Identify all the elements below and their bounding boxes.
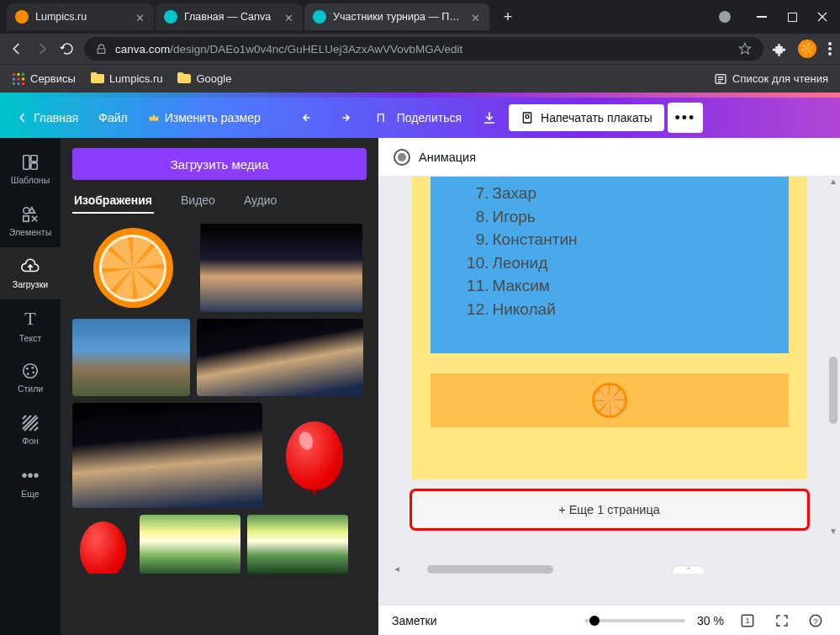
list-number: 9. bbox=[461, 228, 489, 251]
page-indicator[interactable]: 1 bbox=[736, 611, 759, 631]
tab-lumpics[interactable]: Lumpics.ru ✕ bbox=[7, 3, 154, 30]
fullscreen-icon[interactable] bbox=[771, 611, 793, 630]
print-button[interactable]: Напечатать плакаты bbox=[509, 104, 664, 131]
more-button[interactable]: ••• bbox=[668, 103, 703, 133]
close-icon[interactable]: ✕ bbox=[284, 12, 294, 22]
vertical-scrollbar[interactable]: ▲ ▼ bbox=[828, 177, 838, 538]
media-thumb-sunrise2[interactable] bbox=[247, 515, 348, 574]
poster-blue-box[interactable]: 7.Захар 8.Игорь 9.Константин 10.Леонид 1… bbox=[431, 177, 789, 353]
svg-point-25 bbox=[32, 371, 34, 373]
nav-more[interactable]: ••• Еще bbox=[0, 456, 61, 508]
maximize-icon[interactable] bbox=[786, 11, 798, 23]
add-page-button[interactable]: + Еще 1 страница bbox=[412, 491, 807, 528]
zoom-value[interactable]: 30 % bbox=[697, 614, 724, 627]
scroll-down-icon[interactable]: ▼ bbox=[829, 527, 837, 538]
share-button[interactable]: Поделиться bbox=[388, 106, 470, 130]
redo-button[interactable] bbox=[328, 105, 360, 130]
media-thumb-balloon[interactable] bbox=[269, 403, 360, 508]
profile-avatar-icon[interactable] bbox=[798, 40, 816, 58]
svg-rect-13 bbox=[22, 82, 24, 85]
download-button[interactable] bbox=[473, 105, 505, 130]
nav-elements[interactable]: Элементы bbox=[0, 195, 61, 247]
horizontal-scrollbar[interactable]: ▲ ⌃ bbox=[394, 564, 825, 574]
nav-styles[interactable]: Стили bbox=[0, 352, 61, 404]
svg-rect-18 bbox=[31, 156, 37, 161]
close-icon[interactable]: ✕ bbox=[471, 12, 481, 22]
bookmark-google[interactable]: Google bbox=[177, 72, 231, 86]
orange-slice-icon bbox=[592, 383, 627, 418]
tab-audio[interactable]: Аудио bbox=[242, 188, 279, 214]
uploads-icon bbox=[21, 257, 40, 276]
window-controls bbox=[719, 11, 840, 23]
media-thumb-sunrise1[interactable] bbox=[140, 515, 240, 574]
url-input[interactable]: canva.com/design/DAEo1w0v4nc/GuHELUej3Az… bbox=[84, 37, 763, 61]
tab-images[interactable]: Изображения bbox=[72, 188, 154, 214]
bookmark-label: Lumpics.ru bbox=[109, 72, 163, 85]
zoom-slider[interactable] bbox=[584, 619, 685, 622]
bookmark-services[interactable]: Сервисы bbox=[12, 72, 76, 86]
list-item[interactable]: 10.Леонид bbox=[461, 251, 758, 275]
home-button[interactable]: Главная bbox=[8, 106, 87, 130]
animation-button[interactable]: Анимация bbox=[419, 151, 476, 164]
svg-rect-8 bbox=[13, 77, 15, 80]
nav-text[interactable]: T Текст bbox=[0, 299, 61, 352]
design-page[interactable]: 7.Захар 8.Игорь 9.Константин 10.Леонид 1… bbox=[412, 177, 807, 479]
list-item[interactable]: 12.Николай bbox=[461, 298, 758, 321]
canvas-viewport[interactable]: 7.Захар 8.Игорь 9.Константин 10.Леонид 1… bbox=[378, 177, 840, 605]
close-icon[interactable]: ✕ bbox=[135, 12, 145, 22]
bookmark-lumpics[interactable]: Lumpics.ru bbox=[91, 72, 163, 86]
media-thumb-balloon2[interactable] bbox=[72, 515, 133, 574]
svg-rect-5 bbox=[13, 73, 15, 76]
list-name: Максим bbox=[493, 274, 550, 298]
premium-cut-button[interactable]: П bbox=[363, 106, 385, 130]
window-close-icon[interactable] bbox=[816, 11, 828, 23]
tab-strip: Lumpics.ru ✕ Главная — Canva ✕ Участники… bbox=[0, 3, 719, 30]
forward-icon[interactable] bbox=[34, 41, 50, 56]
expand-chevron-icon[interactable]: ⌃ bbox=[672, 565, 705, 574]
upload-media-button[interactable]: Загрузить медиа bbox=[72, 148, 367, 180]
account-icon[interactable] bbox=[719, 11, 731, 23]
resize-button[interactable]: Изменить размер bbox=[140, 106, 269, 130]
minimize-icon[interactable] bbox=[756, 11, 768, 23]
back-icon[interactable] bbox=[8, 41, 25, 56]
tab-canva-home[interactable]: Главная — Canva ✕ bbox=[156, 3, 303, 30]
list-item[interactable]: 7.Захар bbox=[461, 182, 758, 205]
help-icon[interactable]: ? bbox=[805, 611, 827, 630]
list-icon bbox=[714, 72, 727, 86]
list-item[interactable]: 9.Константин bbox=[461, 228, 758, 251]
notes-button[interactable]: Заметки bbox=[392, 614, 437, 627]
star-icon[interactable] bbox=[738, 42, 752, 56]
reading-list-button[interactable]: Список для чтения bbox=[714, 72, 828, 86]
scrollbar-thumb[interactable] bbox=[829, 357, 837, 424]
tab-video[interactable]: Видео bbox=[179, 188, 217, 214]
list-item[interactable]: 8.Игорь bbox=[461, 205, 758, 229]
nav-background[interactable]: Фон bbox=[0, 404, 61, 456]
undo-button[interactable] bbox=[293, 105, 325, 130]
templates-icon bbox=[21, 153, 40, 172]
tab-canva-design[interactable]: Участники турнира — Плакат ✕ bbox=[304, 3, 489, 30]
media-thumb-orange[interactable] bbox=[72, 224, 193, 312]
poster-orange-strip[interactable] bbox=[431, 373, 789, 427]
tab-label: Аудио bbox=[244, 193, 277, 207]
extensions-icon[interactable] bbox=[772, 42, 786, 56]
background-icon bbox=[21, 414, 40, 432]
bottom-bar: Заметки 30 % 1 ? bbox=[378, 605, 840, 635]
scroll-left-icon[interactable]: ▲ bbox=[392, 565, 404, 574]
print-label: Напечатать плакаты bbox=[541, 111, 652, 124]
media-thumb-landscape[interactable] bbox=[72, 319, 190, 396]
reload-icon[interactable] bbox=[59, 41, 76, 56]
menu-icon[interactable] bbox=[828, 42, 832, 56]
media-thumb-space1[interactable] bbox=[200, 224, 362, 312]
new-tab-button[interactable]: + bbox=[496, 5, 520, 29]
nav-templates[interactable]: Шаблоны bbox=[0, 143, 61, 195]
ellipsis-icon: ••• bbox=[674, 109, 695, 127]
file-button[interactable]: Файл bbox=[90, 106, 135, 130]
slider-handle[interactable] bbox=[589, 616, 600, 626]
media-thumb-space3[interactable] bbox=[72, 403, 262, 508]
media-thumb-space2[interactable] bbox=[197, 319, 363, 396]
nav-uploads[interactable]: Загрузки bbox=[0, 247, 61, 299]
list-item[interactable]: 11.Максим bbox=[461, 274, 758, 298]
scrollbar-thumb[interactable] bbox=[427, 565, 553, 574]
scroll-up-icon[interactable]: ▲ bbox=[829, 177, 837, 188]
svg-point-23 bbox=[26, 368, 29, 370]
